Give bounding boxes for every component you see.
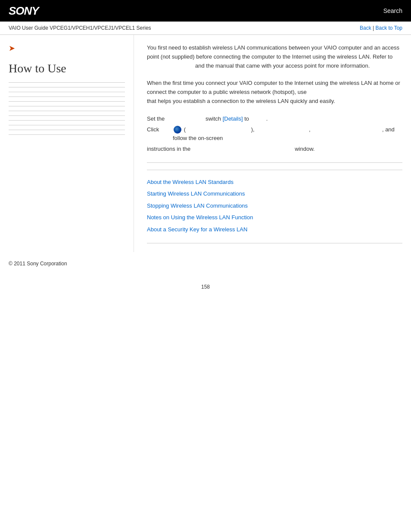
sidebar-divider-8 bbox=[9, 115, 125, 116]
step-3-row: instructions in the window. bbox=[147, 145, 402, 154]
sidebar-divider-3 bbox=[9, 92, 125, 92]
step2-paren-open: ( bbox=[184, 126, 186, 133]
step3-content: window. bbox=[190, 145, 402, 154]
step2-content: ( ), , , and follow bbox=[173, 125, 402, 143]
links-section: About the Wireless LAN Standards Startin… bbox=[147, 170, 402, 243]
step2-placeholder3 bbox=[312, 126, 380, 133]
search-button[interactable]: Search bbox=[383, 7, 402, 14]
para2-text-1: When the first time you connect your VAI… bbox=[147, 80, 400, 95]
copyright-text: © 2011 Sony Corporation bbox=[9, 261, 67, 267]
breadcrumb: VAIO User Guide VPCEG1/VPCEH1/VPCEJ1/VPC… bbox=[9, 25, 151, 31]
sidebar: ➤ How to Use bbox=[0, 35, 134, 252]
para1-text-1: You first need to establish wireless LAN… bbox=[147, 44, 399, 60]
content-divider-1 bbox=[147, 162, 402, 163]
footer: © 2011 Sony Corporation bbox=[0, 252, 411, 275]
step2-placeholder2 bbox=[256, 126, 307, 133]
sony-logo: SONY bbox=[9, 4, 39, 18]
intro-paragraph-1: You first need to establish wireless LAN… bbox=[147, 44, 402, 70]
step1-content: switch [Details] to . bbox=[173, 115, 402, 124]
sidebar-divider-5 bbox=[9, 101, 125, 102]
step3-placeholder bbox=[190, 146, 293, 152]
step1-dot: . bbox=[266, 115, 268, 122]
para1-text-2: and the manual that came with your acces… bbox=[195, 62, 370, 69]
sidebar-divider-9 bbox=[9, 120, 125, 121]
step2-mid: , bbox=[309, 126, 311, 133]
step3-end: window. bbox=[295, 146, 314, 152]
step2-placeholder1 bbox=[187, 126, 249, 133]
nav-links: Back | Back to Top bbox=[360, 25, 402, 31]
para1-placeholder bbox=[147, 62, 193, 69]
step-2-row: Click ( ), , bbox=[147, 125, 402, 143]
sidebar-divider-6 bbox=[9, 106, 125, 106]
nav-bar: VAIO User Guide VPCEG1/VPCEH1/VPCEJ1/VPC… bbox=[0, 22, 411, 35]
sidebar-divider-2 bbox=[9, 87, 125, 87]
sidebar-divider-1 bbox=[9, 82, 125, 83]
sidebar-divider-11 bbox=[9, 130, 125, 130]
step1-switch: switch bbox=[206, 115, 221, 122]
link-notes-wireless[interactable]: Notes on Using the Wireless LAN Function bbox=[147, 212, 402, 222]
link-wireless-standards[interactable]: About the Wireless LAN Standards bbox=[147, 177, 402, 187]
step1-details: [Details] bbox=[223, 115, 243, 122]
step1-placeholder2 bbox=[251, 115, 265, 122]
sidebar-divider-7 bbox=[9, 111, 125, 111]
sidebar-divider-12 bbox=[9, 134, 125, 135]
intro-paragraph-2: When the first time you connect your VAI… bbox=[147, 79, 402, 106]
para2-text-2: that helps you establish a connection to… bbox=[147, 98, 335, 104]
step1-label: Set the bbox=[147, 115, 173, 124]
main-container: ➤ How to Use You first need to establish… bbox=[0, 35, 411, 252]
para2-placeholder bbox=[308, 89, 349, 95]
page-number: 158 bbox=[0, 275, 411, 299]
step1-placeholder bbox=[173, 115, 204, 122]
content-area: You first need to establish wireless LAN… bbox=[134, 35, 411, 252]
step2-paren-close: ), bbox=[251, 126, 255, 133]
step2-label: Click bbox=[147, 125, 173, 134]
back-to-top-link[interactable]: Back to Top bbox=[376, 25, 402, 31]
header: SONY Search bbox=[0, 0, 411, 22]
sidebar-divider-4 bbox=[9, 96, 125, 97]
link-starting-wireless[interactable]: Starting Wireless LAN Communications bbox=[147, 189, 402, 199]
steps-section: Set the switch [Details] to . Click bbox=[147, 115, 402, 154]
step3-label: instructions in the bbox=[147, 145, 190, 154]
sidebar-arrow-icon: ➤ bbox=[9, 44, 125, 53]
step-1-row: Set the switch [Details] to . bbox=[147, 115, 402, 124]
step1-to: to bbox=[244, 115, 249, 122]
sidebar-title: How to Use bbox=[9, 62, 125, 75]
back-link[interactable]: Back bbox=[360, 25, 371, 31]
globe-icon bbox=[174, 126, 181, 134]
sidebar-divider-10 bbox=[9, 125, 125, 125]
link-security-key[interactable]: About a Security Key for a Wireless LAN bbox=[147, 224, 402, 234]
link-stopping-wireless[interactable]: Stopping Wireless LAN Communications bbox=[147, 201, 402, 211]
